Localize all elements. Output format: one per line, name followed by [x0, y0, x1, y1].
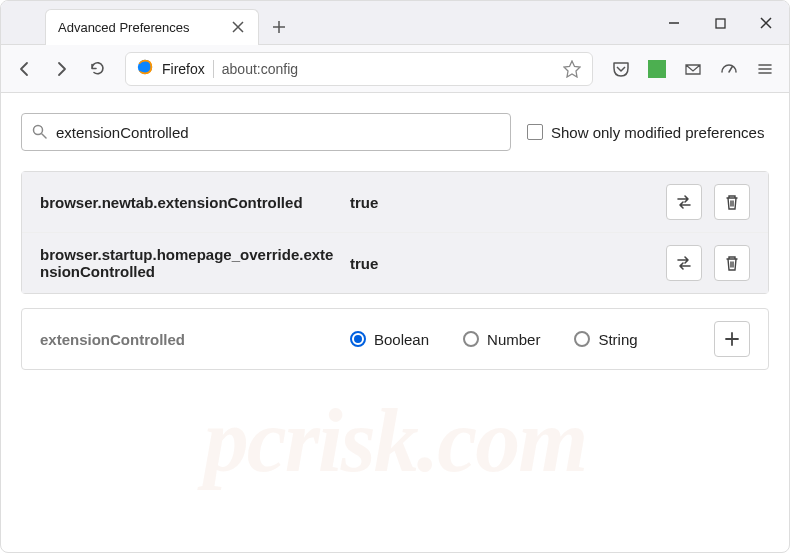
checkbox-label: Show only modified preferences — [551, 124, 764, 141]
checkbox-icon[interactable] — [527, 124, 543, 140]
radio-icon — [463, 331, 479, 347]
preference-row: browser.newtab.extensionControlled true — [22, 172, 768, 233]
preference-actions — [666, 184, 750, 220]
toggle-button[interactable] — [666, 184, 702, 220]
search-box[interactable] — [21, 113, 511, 151]
svg-point-2 — [34, 126, 43, 135]
radio-icon — [350, 331, 366, 347]
search-icon — [32, 124, 48, 140]
radio-icon — [574, 331, 590, 347]
type-radio-group: Boolean Number String — [350, 331, 714, 348]
add-button[interactable] — [714, 321, 750, 357]
tab-title: Advanced Preferences — [58, 20, 190, 35]
window-controls — [651, 1, 789, 45]
radio-label: Number — [487, 331, 540, 348]
delete-button[interactable] — [714, 245, 750, 281]
show-modified-checkbox-row[interactable]: Show only modified preferences — [527, 124, 764, 141]
extension-icon[interactable] — [641, 53, 673, 85]
radio-string[interactable]: String — [574, 331, 637, 348]
urlbar-identity-label: Firefox — [162, 61, 205, 77]
preference-row: browser.startup.homepage_override.extens… — [22, 233, 768, 293]
url-bar[interactable]: Firefox about:config — [125, 52, 593, 86]
urlbar-address: about:config — [222, 61, 554, 77]
new-preference-name: extensionControlled — [40, 331, 350, 348]
preference-name: browser.newtab.extensionControlled — [40, 194, 350, 211]
watermark: pcrisk.com — [204, 389, 586, 492]
titlebar: Advanced Preferences — [1, 1, 789, 45]
radio-label: Boolean — [374, 331, 429, 348]
preference-name: browser.startup.homepage_override.extens… — [40, 246, 350, 280]
new-tab-button[interactable] — [265, 13, 293, 41]
preference-value: true — [350, 255, 666, 272]
back-button[interactable] — [9, 53, 41, 85]
close-window-button[interactable] — [743, 7, 789, 39]
minimize-button[interactable] — [651, 7, 697, 39]
maximize-button[interactable] — [697, 7, 743, 39]
mail-icon[interactable] — [677, 53, 709, 85]
navigation-toolbar: Firefox about:config — [1, 45, 789, 93]
search-row: Show only modified preferences — [21, 113, 769, 151]
bookmark-star-icon[interactable] — [562, 59, 582, 79]
reload-button[interactable] — [81, 53, 113, 85]
preference-value: true — [350, 194, 666, 211]
dashboard-icon[interactable] — [713, 53, 745, 85]
radio-label: String — [598, 331, 637, 348]
toggle-button[interactable] — [666, 245, 702, 281]
close-tab-icon[interactable] — [230, 19, 246, 35]
svg-rect-0 — [716, 19, 725, 28]
pocket-icon[interactable] — [605, 53, 637, 85]
radio-boolean[interactable]: Boolean — [350, 331, 429, 348]
urlbar-separator — [213, 60, 214, 78]
preferences-table: browser.newtab.extensionControlled true … — [21, 171, 769, 294]
new-preference-row: extensionControlled Boolean Number Strin… — [21, 308, 769, 370]
hamburger-menu-icon[interactable] — [749, 53, 781, 85]
radio-number[interactable]: Number — [463, 331, 540, 348]
firefox-icon — [136, 58, 154, 80]
forward-button[interactable] — [45, 53, 77, 85]
delete-button[interactable] — [714, 184, 750, 220]
preference-actions — [666, 245, 750, 281]
search-input[interactable] — [56, 124, 500, 141]
page-content: Show only modified preferences browser.n… — [1, 93, 789, 390]
browser-tab[interactable]: Advanced Preferences — [45, 9, 259, 45]
